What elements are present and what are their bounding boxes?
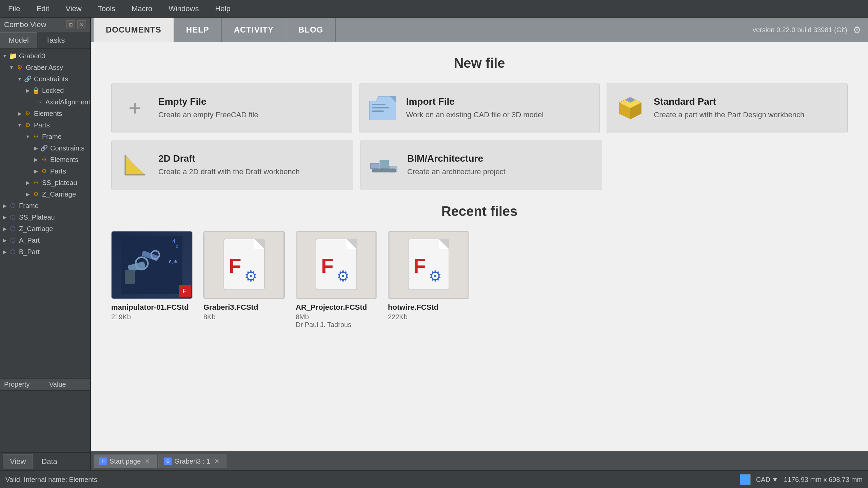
- tree-arrow[interactable]: ▶: [24, 180, 31, 185]
- menu-macro[interactable]: Macro: [129, 3, 155, 15]
- nav-tab-blog[interactable]: BLOG: [286, 18, 336, 42]
- tree-item-graber-assy[interactable]: ▼ ⚙ Graber Assy: [0, 62, 90, 73]
- status-bar: Valid, Internal name: Elements CAD ▼ 117…: [0, 470, 868, 488]
- tree-item-constraints-l2[interactable]: ▼ 🔗 Constraints: [0, 73, 90, 85]
- tree-label-locked: Locked: [42, 87, 64, 95]
- menu-windows[interactable]: Windows: [166, 3, 201, 15]
- tree-item-a-part-l0[interactable]: ▶ ⬡ A_Part: [0, 235, 90, 246]
- tree-arrow[interactable]: ▶: [1, 249, 8, 255]
- tree-item-b-part-l0[interactable]: ▶ ⬡ B_Part: [0, 246, 90, 258]
- tree-label-z-carriage-l3: Z_Carriage: [42, 190, 76, 198]
- card-text-import-file: Import File Work on an existing CAD file…: [406, 96, 544, 120]
- tree-arrow[interactable]: ▶: [1, 215, 8, 220]
- tree-arrow[interactable]: ▶: [33, 157, 39, 162]
- tree-icon-elements-l2: ⚙: [23, 109, 33, 118]
- tree-icon-parts-l2: ⚙: [23, 120, 33, 130]
- version-text: version 0.22.0 build 33981 (Git): [753, 26, 847, 34]
- tree-label-graberi3: Graberi3: [19, 52, 45, 60]
- tree-arrow[interactable]: ▶: [1, 226, 8, 231]
- nav-tab-documents[interactable]: DOCUMENTS: [94, 18, 174, 42]
- tree-view[interactable]: ▼ 📁 Graberi3 ▼ ⚙ Graber Assy ▼ 🔗 Constra…: [0, 49, 90, 378]
- tree-arrow[interactable]: ▶: [16, 111, 23, 116]
- tree-arrow[interactable]: ▶: [1, 238, 8, 243]
- tree-label-b-part-l0: B_Part: [19, 248, 40, 256]
- tree-arrow[interactable]: ▼: [16, 122, 23, 128]
- combo-view-label: Combo View: [4, 20, 46, 29]
- tree-arrow[interactable]: ▼: [8, 65, 15, 70]
- tree-label-graber-assy: Graber Assy: [26, 64, 63, 72]
- left-panel: Combo View ⊞ ✕ Model Tasks ▼ 📁 Graberi3 …: [0, 18, 91, 470]
- top-nav: DOCUMENTS HELP ACTIVITY BLOG version 0.2…: [91, 18, 868, 42]
- nav-tab-activity[interactable]: ACTIVITY: [222, 18, 286, 42]
- card-standard-part[interactable]: Standard Part Create a part with the Par…: [607, 83, 848, 133]
- recent-card-hotwire[interactable]: F ⚙ hotwire.FCStd 222Kb: [388, 231, 469, 329]
- svg-text:⚙: ⚙: [429, 268, 442, 284]
- tree-item-elements-l4[interactable]: ▶ ⚙ Elements: [0, 154, 90, 165]
- tab-data[interactable]: Data: [34, 454, 64, 469]
- tree-item-ss-plateau[interactable]: ▶ ⚙ SS_plateau: [0, 177, 90, 188]
- recent-card-ar-projector[interactable]: F ⚙ AR_Projector.FCStd 8Mb Dr Paul J. Ta…: [296, 231, 377, 329]
- tab-start-page[interactable]: H Start page ✕: [94, 454, 157, 468]
- version-area: version 0.22.0 build 33981 (Git) ⚙: [753, 18, 868, 42]
- recent-name-ar-projector: AR_Projector.FCStd: [296, 303, 377, 312]
- svg-text:⚙: ⚙: [244, 268, 257, 284]
- tree-label-axial: AxialAlignment: [45, 98, 90, 106]
- card-import-file[interactable]: Import File Work on an existing CAD file…: [359, 83, 600, 133]
- tree-arrow[interactable]: ▶: [33, 145, 39, 151]
- card-title-bim: BIM/Architecture: [407, 153, 506, 164]
- menu-tools[interactable]: Tools: [95, 3, 118, 15]
- tree-item-ss-plateau-l0[interactable]: ▶ ⬡ SS_Plateau: [0, 211, 90, 223]
- tree-item-axial[interactable]: ↔ AxialAlignment: [0, 96, 90, 108]
- recent-card-graberi3[interactable]: F ⚙ Graberi3.FCStd 8Kb: [203, 231, 285, 329]
- menu-edit[interactable]: Edit: [34, 3, 52, 15]
- menu-view[interactable]: View: [63, 3, 84, 15]
- tree-arrow[interactable]: ▶: [24, 88, 31, 93]
- tree-arrow[interactable]: ▼: [1, 53, 8, 59]
- tree-item-parts-l2[interactable]: ▼ ⚙ Parts: [0, 119, 90, 131]
- recent-size-hotwire: 222Kb: [388, 313, 469, 321]
- tab-start-page-close[interactable]: ✕: [143, 457, 151, 466]
- menu-file[interactable]: File: [5, 3, 23, 15]
- tree-item-frame-l3[interactable]: ▼ ⚙ Frame: [0, 131, 90, 142]
- card-2d-draft[interactable]: 2D Draft Create a 2D draft with the Draf…: [111, 140, 353, 190]
- tree-label-ss-plateau: SS_plateau: [42, 179, 77, 187]
- tree-arrow[interactable]: ▶: [24, 191, 31, 197]
- bottom-tabs: View Data: [0, 452, 90, 470]
- tree-item-z-carriage-l3[interactable]: ▶ ⚙ Z_Carriage: [0, 188, 90, 200]
- tab-tasks[interactable]: Tasks: [37, 32, 73, 48]
- tab-graberi3-close[interactable]: ✕: [213, 457, 221, 466]
- tree-icon-elements-l4: ⚙: [39, 155, 49, 164]
- right-content: DOCUMENTS HELP ACTIVITY BLOG version 0.2…: [91, 18, 868, 470]
- recent-card-manipulator[interactable]: d d 0,0 d F manipulator-01.FCStd 219Kb: [111, 231, 193, 329]
- combo-icon-1[interactable]: ⊞: [66, 20, 75, 29]
- status-color-box[interactable]: [740, 474, 751, 485]
- tree-item-frame-l0[interactable]: ▶ ⬡ Frame: [0, 200, 90, 211]
- card-desc-2d-draft: Create a 2D draft with the Draft workben…: [158, 167, 300, 177]
- card-empty-file[interactable]: + Empty File Create an empty FreeCAD fil…: [111, 83, 352, 133]
- tab-graberi3[interactable]: G Graberi3 : 1 ✕: [158, 454, 226, 468]
- nav-tab-help[interactable]: HELP: [174, 18, 222, 42]
- tree-item-elements-l2[interactable]: ▶ ⚙ Elements: [0, 108, 90, 119]
- card-bim[interactable]: BIM/Architecture Create an architecture …: [360, 140, 602, 190]
- card-icon-bim: [369, 150, 399, 180]
- tree-item-z-carriage-l0[interactable]: ▶ ⬡ Z_Carriage: [0, 223, 90, 235]
- tree-icon-a-part-l0: ⬡: [8, 236, 18, 245]
- tab-view[interactable]: View: [3, 454, 33, 469]
- ar-svg: F ⚙: [297, 232, 375, 298]
- tree-item-constraints-l4[interactable]: ▶ 🔗 Constraints: [0, 142, 90, 154]
- tree-item-locked[interactable]: ▶ 🔒 Locked: [0, 85, 90, 96]
- tree-arrow[interactable]: ▼: [16, 76, 23, 82]
- combo-icon-2[interactable]: ✕: [77, 20, 86, 29]
- svg-rect-3: [372, 107, 389, 108]
- svg-text:⚙: ⚙: [336, 268, 350, 284]
- settings-icon[interactable]: ⚙: [853, 24, 861, 36]
- tree-arrow[interactable]: ▼: [24, 134, 31, 139]
- tree-item-graberi3[interactable]: ▼ 📁 Graberi3: [0, 50, 90, 62]
- tab-model[interactable]: Model: [0, 32, 37, 48]
- tree-arrow[interactable]: ▶: [1, 203, 8, 208]
- menu-help[interactable]: Help: [212, 3, 233, 15]
- combo-view-header: Combo View ⊞ ✕: [0, 18, 90, 32]
- tree-arrow[interactable]: ▶: [33, 168, 39, 174]
- status-cad-dropdown[interactable]: CAD ▼: [756, 476, 778, 484]
- tree-item-parts-l4[interactable]: ▶ ⚙ Parts: [0, 165, 90, 177]
